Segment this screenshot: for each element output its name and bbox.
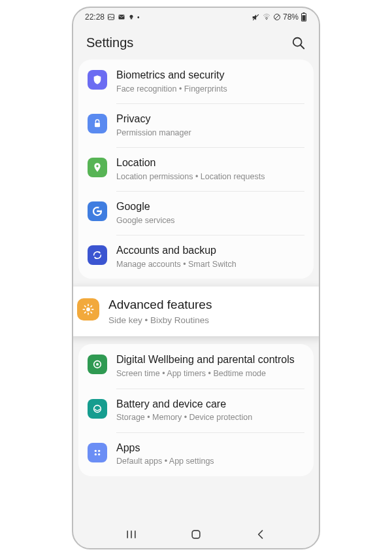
settings-item-privacy[interactable]: Privacy Permission manager: [78, 103, 314, 147]
item-title: Apps: [116, 442, 304, 455]
home-icon: [189, 528, 203, 541]
item-sub: Google services: [116, 215, 304, 226]
no-data-icon: [273, 13, 281, 21]
gear-icon: [77, 298, 99, 321]
svg-rect-16: [97, 211, 101, 213]
item-title: Accounts and backup: [116, 244, 304, 258]
svg-rect-1: [119, 15, 125, 20]
svg-point-29: [94, 405, 101, 412]
item-sub: Face recognition • Fingerprints: [116, 84, 304, 94]
item-sub: Storage • Memory • Device protection: [116, 412, 304, 423]
shield-icon: [88, 70, 107, 90]
item-title: Privacy: [116, 113, 304, 126]
wifi-icon: [262, 13, 271, 21]
svg-rect-20: [88, 313, 89, 315]
status-bar: 22:28 • 78%: [73, 8, 319, 26]
svg-point-18: [86, 307, 90, 311]
apps-icon: [88, 443, 107, 462]
item-sub: Location permissions • Location requests: [116, 171, 304, 182]
svg-rect-22: [91, 309, 93, 310]
settings-group: Digital Wellbeing and parental controls …: [78, 344, 314, 476]
page-title: Settings: [86, 35, 133, 50]
svg-line-7: [275, 15, 279, 19]
item-sub: Permission manager: [116, 128, 304, 138]
search-icon: [291, 36, 306, 50]
svg-rect-19: [88, 304, 89, 306]
svg-point-28: [96, 363, 99, 366]
item-sub: Screen time • App timers • Bedtime mode: [116, 368, 304, 379]
svg-rect-21: [83, 309, 85, 310]
nav-recents-button[interactable]: [125, 528, 138, 541]
svg-rect-26: [90, 311, 93, 314]
nav-bar: [73, 521, 319, 548]
item-sub: Side key • Bixby Routines: [108, 315, 315, 326]
svg-point-14: [96, 165, 98, 167]
phone-frame: 22:28 • 78%: [72, 7, 320, 549]
settings-item-biometrics[interactable]: Biometrics and security Face recognition…: [78, 60, 314, 103]
settings-item-accounts[interactable]: Accounts and backup Manage accounts • Sm…: [78, 235, 314, 279]
svg-rect-9: [303, 12, 305, 13]
nav-back-button[interactable]: [254, 528, 267, 541]
settings-group: Biometrics and security Face recognition…: [78, 60, 314, 279]
device-care-icon: [88, 399, 107, 419]
item-sub: Manage accounts • Smart Switch: [116, 259, 304, 269]
svg-rect-23: [90, 305, 93, 308]
wellbeing-icon: [88, 355, 107, 374]
svg-rect-24: [84, 311, 87, 314]
item-title: Digital Wellbeing and parental controls: [116, 353, 304, 367]
svg-point-32: [95, 453, 97, 455]
item-sub: Default apps • App settings: [116, 456, 304, 466]
svg-rect-37: [192, 530, 200, 538]
svg-rect-3: [131, 18, 133, 20]
item-title: Advanced features: [108, 297, 315, 313]
mail-icon: [118, 13, 125, 21]
svg-point-31: [98, 449, 100, 451]
google-icon: [88, 201, 107, 221]
more-icon: •: [137, 14, 140, 21]
item-title: Biometrics and security: [116, 69, 304, 82]
settings-item-apps[interactable]: Apps Default apps • App settings: [78, 432, 314, 476]
bulb-icon: [128, 13, 135, 21]
lock-icon: [88, 114, 107, 133]
image-icon: [107, 13, 115, 21]
pin-icon: [88, 158, 107, 177]
settings-header: Settings: [73, 26, 319, 60]
settings-item-location[interactable]: Location Location permissions • Location…: [78, 147, 314, 191]
mute-icon: [252, 13, 260, 22]
status-time: 22:28: [85, 12, 105, 22]
svg-rect-17: [99, 207, 102, 211]
svg-point-30: [95, 449, 97, 451]
item-title: Battery and device care: [116, 398, 304, 411]
settings-item-wellbeing[interactable]: Digital Wellbeing and parental controls …: [78, 344, 314, 388]
svg-point-2: [130, 15, 133, 18]
settings-list: Biometrics and security Face recognition…: [73, 60, 319, 521]
svg-rect-13: [95, 123, 100, 128]
back-icon: [254, 528, 267, 541]
svg-rect-10: [302, 15, 306, 20]
battery-icon: [301, 12, 307, 22]
search-button[interactable]: [291, 36, 306, 50]
recents-icon: [125, 528, 138, 541]
sync-icon: [88, 245, 107, 265]
svg-point-33: [98, 453, 100, 455]
nav-home-button[interactable]: [189, 528, 203, 541]
item-title: Google: [116, 200, 304, 214]
settings-group-highlight: Advanced features Side key • Bixby Routi…: [73, 287, 319, 336]
battery-text: 78%: [283, 12, 299, 22]
settings-item-google[interactable]: Google Google services: [78, 191, 314, 235]
settings-item-battery-care[interactable]: Battery and device care Storage • Memory…: [78, 389, 314, 432]
settings-item-advanced-features[interactable]: Advanced features Side key • Bixby Routi…: [73, 287, 319, 336]
svg-point-5: [266, 19, 267, 20]
svg-line-12: [301, 44, 304, 48]
svg-rect-25: [84, 305, 87, 308]
item-title: Location: [116, 156, 304, 170]
